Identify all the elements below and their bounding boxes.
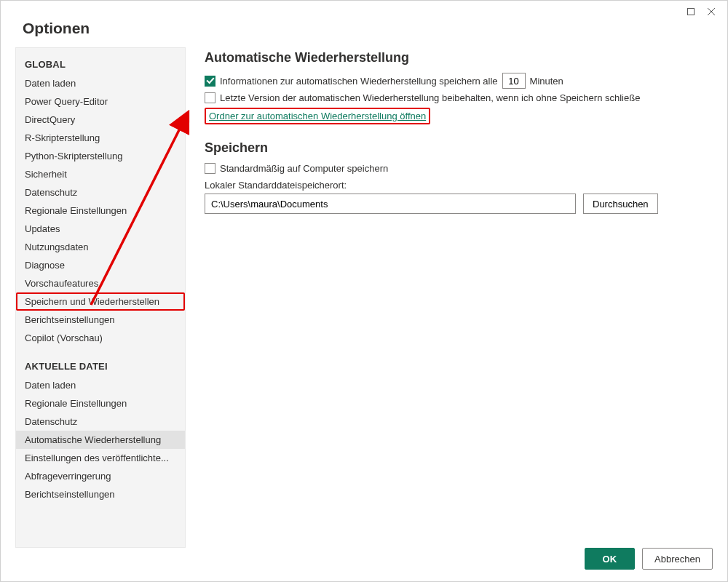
- svg-rect-0: [688, 9, 695, 15]
- page-title: Optionen: [1, 20, 727, 47]
- label-store-autorecover-prefix: Informationen zur automatischen Wiederhe…: [220, 76, 498, 87]
- sidebar-item-r-skripterstellung[interactable]: R-Skripterstellung: [16, 129, 185, 147]
- sidebar-item-diagnose[interactable]: Diagnose: [16, 256, 185, 274]
- sidebar-item-daten-laden[interactable]: Daten laden: [16, 74, 185, 92]
- browse-button[interactable]: Durchsuchen: [583, 194, 658, 214]
- sidebar-item-cf-datenschutz[interactable]: Datenschutz: [16, 412, 185, 431]
- label-save-to-computer: Standardmäßig auf Computer speichern: [220, 163, 388, 174]
- checkbox-save-to-computer[interactable]: [205, 163, 215, 174]
- input-autorecover-interval[interactable]: [502, 73, 526, 89]
- sidebar-item-updates[interactable]: Updates: [16, 220, 185, 238]
- checkbox-store-autorecover-info[interactable]: [205, 76, 215, 87]
- sidebar-item-sicherheit[interactable]: Sicherheit: [16, 165, 185, 183]
- sidebar-header-global: GLOBAL: [16, 52, 185, 74]
- close-icon[interactable]: [701, 3, 721, 20]
- input-default-local-location[interactable]: [205, 194, 576, 214]
- options-dialog: Optionen GLOBAL Daten laden Power Query-…: [0, 0, 728, 582]
- highlight-open-autorecover-folder: Ordner zur automatischen Wiederherstellu…: [205, 108, 430, 124]
- sidebar-item-cf-abfrageverringerung[interactable]: Abfrageverringerung: [16, 467, 185, 485]
- dialog-footer: OK Abbrechen: [585, 548, 713, 570]
- sidebar-item-cf-daten-laden[interactable]: Daten laden: [16, 376, 185, 394]
- sidebar: GLOBAL Daten laden Power Query-Editor Di…: [15, 47, 186, 548]
- sidebar-item-power-query-editor[interactable]: Power Query-Editor: [16, 92, 185, 111]
- sidebar-item-berichtseinstellungen[interactable]: Berichtseinstellungen: [16, 311, 185, 329]
- link-open-autorecover-folder[interactable]: Ordner zur automatischen Wiederherstellu…: [209, 111, 426, 121]
- sidebar-item-vorschaufeatures[interactable]: Vorschaufeatures: [16, 274, 185, 292]
- label-keep-last-autorecover: Letzte Version der automatischen Wiederh…: [220, 92, 640, 103]
- sidebar-item-directquery[interactable]: DirectQuery: [16, 111, 185, 129]
- cancel-button[interactable]: Abbrechen: [642, 548, 713, 570]
- sidebar-item-datenschutz[interactable]: Datenschutz: [16, 183, 185, 202]
- checkbox-keep-last-autorecover[interactable]: [205, 92, 215, 103]
- section-title-save: Speichern: [205, 140, 698, 156]
- sidebar-item-cf-einstellungen-veroeffentlicht[interactable]: Einstellungen des veröffentlichte...: [16, 449, 185, 467]
- sidebar-item-regionale-einstellungen[interactable]: Regionale Einstellungen: [16, 202, 185, 220]
- label-store-autorecover-suffix: Minuten: [530, 76, 563, 87]
- maximize-icon[interactable]: [681, 3, 701, 20]
- ok-button[interactable]: OK: [585, 548, 636, 570]
- sidebar-item-speichern-und-wiederherstellen[interactable]: Speichern und Wiederherstellen: [16, 292, 185, 311]
- sidebar-item-cf-regionale-einstellungen[interactable]: Regionale Einstellungen: [16, 394, 185, 412]
- sidebar-item-copilot-vorschau[interactable]: Copilot (Vorschau): [16, 329, 185, 347]
- section-title-autorecover: Automatische Wiederherstellung: [205, 50, 698, 65]
- sidebar-item-nutzungsdaten[interactable]: Nutzungsdaten: [16, 238, 185, 256]
- content-pane: Automatische Wiederherstellung Informati…: [186, 47, 713, 548]
- sidebar-item-cf-automatische-wiederherstellung[interactable]: Automatische Wiederherstellung: [16, 431, 185, 449]
- label-default-local-location: Lokaler Standarddateispeicherort:: [205, 180, 698, 191]
- sidebar-header-aktuelle-datei: AKTUELLE DATEI: [16, 354, 185, 376]
- sidebar-item-python-skripterstellung[interactable]: Python-Skripterstellung: [16, 147, 185, 165]
- sidebar-item-cf-berichtseinstellungen[interactable]: Berichtseinstellungen: [16, 485, 185, 503]
